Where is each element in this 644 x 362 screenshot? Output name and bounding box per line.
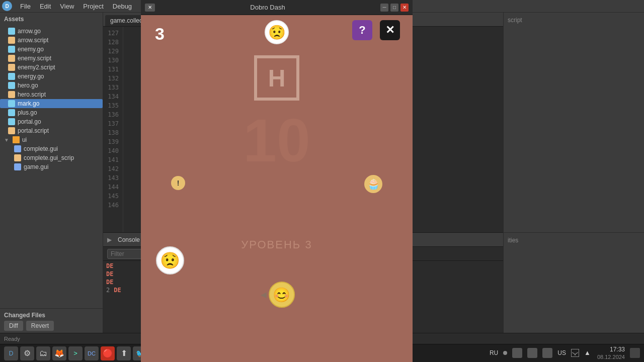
asset-label: energy.go (18, 73, 44, 80)
go-icon (8, 100, 15, 107)
game-cupcake-enemy: 🧁 (364, 175, 382, 193)
asset-item-arrow-go[interactable]: arrow.go (0, 27, 103, 36)
asset-item-hero-go[interactable]: hero.go (0, 81, 103, 90)
taskbar-right: RU US ▲ 17:33 08.12.2024 (490, 346, 640, 361)
asset-label: ui (22, 136, 27, 143)
folder-ui[interactable]: ▼ ui (0, 135, 103, 144)
sad-face-icon: 😟 (268, 24, 286, 41)
menu-view[interactable]: View (56, 2, 78, 11)
menu-debug[interactable]: Debug (109, 2, 136, 11)
asset-item-portal-go[interactable]: portal.go (0, 117, 103, 126)
status-text: Ready (4, 336, 20, 342)
arrow-left-icon: ◄ (259, 289, 269, 301)
app-logo: D (2, 1, 12, 11)
taskbar-battery[interactable] (542, 348, 552, 358)
asset-item-enemy-go[interactable]: enemy.go (0, 45, 103, 54)
right-panel-top: script (504, 13, 644, 232)
asset-label: game.gui (24, 163, 48, 170)
cupcake-icon: 🧁 (367, 178, 380, 190)
asset-item-energy-go[interactable]: energy.go (0, 72, 103, 81)
asset-label: complete.gui (24, 145, 58, 152)
lang-indicator[interactable]: RU (490, 349, 498, 356)
wifi-icon (571, 349, 579, 357)
game-icon: ✕ (145, 4, 155, 12)
asset-list: arrow.go arrow.script enemy.go enemy.scr… (0, 26, 103, 308)
game-close-x-button[interactable]: ✕ (380, 20, 400, 40)
asset-item-arrow-script[interactable]: arrow.script (0, 36, 103, 45)
go-icon (8, 46, 15, 53)
game-level-text: УРОВЕНЬ 3 (241, 238, 312, 251)
asset-item-complete-gui[interactable]: complete.gui (0, 144, 103, 153)
char-face-icon: 😊 (273, 287, 290, 303)
taskbar-up-icon[interactable]: ⬆ (117, 346, 131, 360)
go-icon (8, 82, 15, 89)
taskbar-defold-icon[interactable]: D (4, 346, 18, 360)
folder-icon (13, 136, 20, 143)
asset-item-game-gui[interactable]: game.gui (0, 162, 103, 171)
asset-label: hero.go (18, 82, 38, 89)
script-icon (14, 154, 21, 161)
taskbar-files-icon[interactable]: 🗂 (36, 346, 50, 360)
game-char-face: 😊 (269, 282, 295, 308)
taskbar-red-icon[interactable]: 🔴 (101, 346, 115, 360)
svg-point-0 (575, 354, 576, 355)
game-viewport: 3 😟 ? ✕ H 10 УРОВЕНЬ 3 ! 🧁 (141, 15, 413, 362)
asset-item-hero-script[interactable]: hero.script (0, 90, 103, 99)
asset-label: plus.go (18, 109, 37, 116)
asset-label: complete.gui_scrip (24, 154, 74, 161)
menu-project[interactable]: Project (79, 2, 107, 11)
warning-icon: ! (177, 179, 180, 187)
script-icon (8, 127, 15, 134)
arrow-up-icon: ▲ (584, 349, 592, 357)
changed-files-label: Changed Files (4, 312, 99, 319)
taskbar-chat-icon[interactable]: DC (85, 346, 99, 360)
taskbar-settings-icon[interactable]: ⚙ (20, 346, 34, 360)
script-icon (8, 55, 15, 62)
script-icon (8, 91, 15, 98)
asset-item-mark-go[interactable]: mark.go (0, 99, 103, 108)
console-tab[interactable]: Console (118, 236, 140, 243)
gui-icon (14, 163, 21, 170)
show-desktop[interactable] (630, 348, 640, 358)
game-big-number: 10 (243, 106, 310, 175)
asset-item-enemy2-script[interactable]: enemy2.script (0, 63, 103, 72)
asset-label: enemy.script (18, 55, 51, 62)
go-icon (8, 118, 15, 125)
asset-label: mark.go (18, 100, 39, 107)
asset-label: arrow.script (18, 37, 48, 44)
gui-icon (14, 145, 21, 152)
game-h-block: H (254, 55, 299, 101)
sad-face-large-icon: 😟 (160, 251, 180, 270)
game-arrow-char: ◄ 😊 (259, 282, 295, 308)
asset-item-enemy-script[interactable]: enemy.script (0, 54, 103, 63)
diff-button[interactable]: Diff (4, 321, 23, 331)
asset-item-plus-go[interactable]: plus.go (0, 108, 103, 117)
menu-edit[interactable]: Edit (36, 2, 55, 11)
game-close-button[interactable]: ✕ (400, 4, 409, 12)
taskbar-firefox-icon[interactable]: 🦊 (52, 346, 66, 360)
asset-item-portal-script[interactable]: portal.script (0, 126, 103, 135)
right-panel: script ities (503, 13, 644, 333)
assets-header: Assets (0, 13, 103, 26)
asset-item-complete-gui-scrip[interactable]: complete.gui_scrip (0, 153, 103, 162)
game-score: 3 (155, 24, 165, 44)
game-title-text: Dobro Dash (155, 4, 380, 11)
game-titlebar: ✕ Dobro Dash ─ □ ✕ (141, 0, 413, 15)
line-numbers: 127128129130131 132133134135136 13713813… (103, 27, 123, 232)
kb-layout: US (557, 349, 566, 356)
menu-file[interactable]: File (16, 2, 35, 11)
taskbar-audio[interactable] (512, 348, 522, 358)
taskbar-terminal-icon[interactable]: > (68, 346, 83, 360)
game-win-controls: ─ □ ✕ (380, 4, 409, 12)
taskbar-icons: D ⚙ 🗂 🦊 > DC 🔴 ⬆ 🐦 🎮 (4, 346, 163, 360)
taskbar-network[interactable] (527, 348, 537, 358)
game-minimize-button[interactable]: ─ (380, 4, 388, 12)
changed-files-section: Changed Files Diff Revert (0, 308, 103, 333)
game-maximize-button[interactable]: □ (390, 4, 398, 12)
revert-button[interactable]: Revert (26, 321, 54, 331)
game-question-button[interactable]: ? (352, 20, 372, 40)
clock: 17:33 08.12.2024 (597, 346, 625, 361)
right-panel-bottom-label: ities (508, 237, 640, 244)
game-window: ✕ Dobro Dash ─ □ ✕ 3 😟 ? ✕ H 10 (141, 0, 413, 362)
script-icon (8, 37, 15, 44)
